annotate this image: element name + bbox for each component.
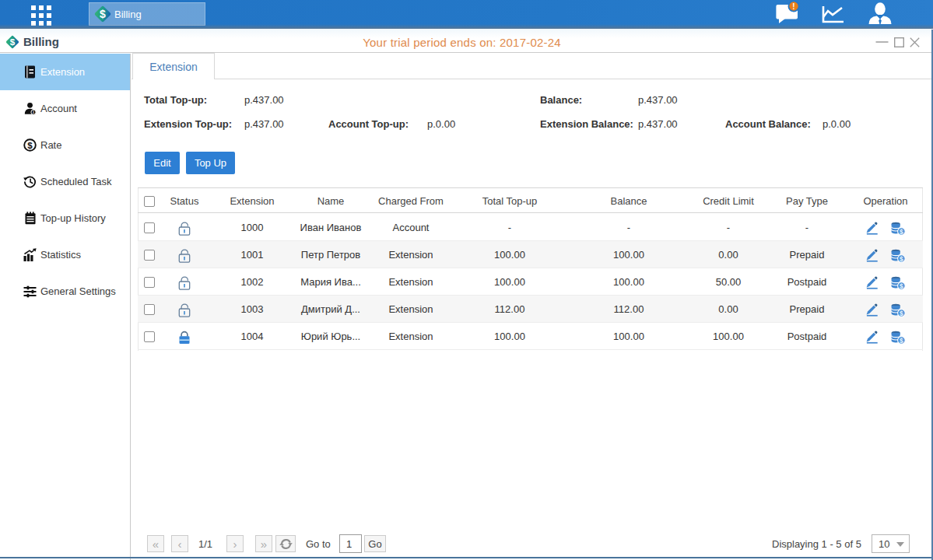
svg-text:$: $ [27,141,33,150]
svg-text:$: $ [900,228,903,236]
svg-text:$: $ [100,8,106,20]
svg-text:$: $ [900,310,903,317]
svg-text:$: $ [900,337,903,345]
svg-text:!: ! [792,2,794,11]
svg-text:$: $ [900,282,903,290]
svg-text:$: $ [900,255,903,263]
